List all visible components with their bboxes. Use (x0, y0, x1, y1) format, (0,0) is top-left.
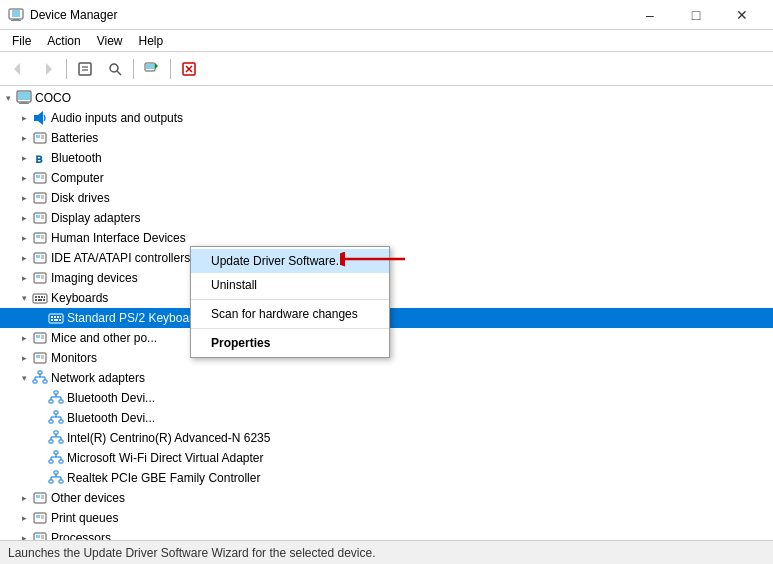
tree-label-computer: Computer (51, 168, 104, 188)
tree-item-bt2[interactable]: Bluetooth Devi... (0, 408, 773, 428)
tree-icon-device (32, 210, 48, 226)
tree-label-hid: Human Interface Devices (51, 228, 186, 248)
tree-expand-display[interactable]: ▸ (16, 210, 32, 226)
tree-icon-network (48, 470, 64, 486)
svg-rect-119 (36, 495, 40, 498)
menu-file[interactable]: File (4, 30, 39, 52)
context-menu-item-properties[interactable]: Properties (191, 331, 389, 355)
scan-button[interactable] (101, 55, 129, 83)
minimize-button[interactable]: – (627, 0, 673, 30)
context-menu-item-update[interactable]: Update Driver Software... (191, 249, 389, 273)
svg-rect-6 (79, 63, 91, 75)
context-menu-item-uninstall[interactable]: Uninstall (191, 273, 389, 297)
tree-expand-coco[interactable]: ▾ (0, 90, 16, 106)
tree-expand-keyboards[interactable]: ▾ (16, 290, 32, 306)
tree-label-keyboards: Keyboards (51, 288, 108, 308)
tree-item-audio[interactable]: ▸ Audio inputs and outputs (0, 108, 773, 128)
svg-rect-37 (36, 215, 40, 218)
tree-expand-ide[interactable]: ▸ (16, 250, 32, 266)
tree-expand-monitors[interactable]: ▸ (16, 350, 32, 366)
svg-rect-1 (12, 10, 20, 17)
svg-rect-98 (49, 440, 53, 443)
tree-label-other: Other devices (51, 488, 125, 508)
tree-item-processors[interactable]: ▸ Processors (0, 528, 773, 540)
tree-label-processors: Processors (51, 528, 111, 540)
tree-item-intel[interactable]: Intel(R) Centrino(R) Advanced-N 6235 (0, 428, 773, 448)
tree-expand-print[interactable]: ▸ (16, 510, 32, 526)
svg-rect-59 (43, 299, 45, 301)
tree-icon-keyboard (32, 290, 48, 306)
tree-expand-batteries[interactable]: ▸ (16, 130, 32, 146)
context-menu-item-scan[interactable]: Scan for hardware changes (191, 302, 389, 326)
maximize-button[interactable]: □ (673, 0, 719, 30)
svg-rect-24 (36, 135, 40, 138)
tree-expand-other[interactable]: ▸ (16, 490, 32, 506)
tree-icon-device (32, 330, 48, 346)
svg-marker-4 (14, 63, 20, 75)
forward-button[interactable] (34, 55, 62, 83)
tree-item-computer[interactable]: ▸ Computer (0, 168, 773, 188)
tree-icon-device (32, 130, 48, 146)
tree-label-coco: COCO (35, 88, 71, 108)
menu-action[interactable]: Action (39, 30, 88, 52)
svg-rect-33 (36, 195, 40, 198)
tree-item-other[interactable]: ▸ Other devices (0, 488, 773, 508)
tree-item-diskdrives[interactable]: ▸ Disk drives (0, 188, 773, 208)
svg-rect-57 (35, 299, 37, 301)
tree-item-wifi[interactable]: Microsoft Wi-Fi Direct Virtual Adapter (0, 448, 773, 468)
svg-rect-64 (60, 316, 61, 318)
tree-item-batteries[interactable]: ▸ Batteries (0, 128, 773, 148)
toolbar-separator-2 (133, 59, 134, 79)
tree-item-bt1[interactable]: Bluetooth Devi... (0, 388, 773, 408)
tree-no-expand (32, 410, 48, 426)
tree-icon-device (32, 350, 48, 366)
tree-label-monitors: Monitors (51, 348, 97, 368)
tree-item-print[interactable]: ▸ Print queues (0, 508, 773, 528)
tree-item-coco[interactable]: ▾ COCO (0, 88, 773, 108)
tree-expand-bluetooth[interactable]: ▸ (16, 150, 32, 166)
tree-item-network[interactable]: ▾ Network adapters (0, 368, 773, 388)
menu-view[interactable]: View (89, 30, 131, 52)
tree-expand-hid[interactable]: ▸ (16, 230, 32, 246)
tree-icon-sound (32, 110, 48, 126)
tree-expand-audio[interactable]: ▸ (16, 110, 32, 126)
svg-rect-41 (36, 235, 40, 238)
close-button[interactable]: ✕ (719, 0, 765, 30)
tree-no-expand (32, 310, 48, 326)
title-bar: Device Manager – □ ✕ (0, 0, 773, 30)
tree-item-bluetooth[interactable]: ▸ ʙ Bluetooth (0, 148, 773, 168)
tree-item-realtek[interactable]: Realtek PCIe GBE Family Controller (0, 468, 773, 488)
svg-rect-12 (146, 64, 154, 69)
tree-icon-network (48, 390, 64, 406)
tree-no-expand (32, 470, 48, 486)
context-menu: Update Driver Software...UninstallScan f… (190, 246, 390, 358)
status-text: Launches the Update Driver Software Wiza… (8, 546, 376, 560)
svg-rect-92 (59, 420, 63, 423)
tree-expand-processors[interactable]: ▸ (16, 530, 32, 540)
tree-icon-network (48, 430, 64, 446)
svg-rect-113 (59, 480, 63, 483)
tree-icon-device (32, 270, 48, 286)
svg-rect-127 (36, 535, 40, 538)
tree-expand-network[interactable]: ▾ (16, 370, 32, 386)
svg-rect-67 (59, 319, 61, 321)
svg-rect-84 (49, 400, 53, 403)
svg-rect-19 (21, 102, 27, 103)
tree-item-display[interactable]: ▸ Display adapters (0, 208, 773, 228)
svg-rect-45 (36, 255, 40, 258)
update-driver-button[interactable] (138, 55, 166, 83)
tree-expand-imaging[interactable]: ▸ (16, 270, 32, 286)
svg-rect-99 (59, 440, 63, 443)
tree-icon-device (32, 170, 48, 186)
tree-expand-diskdrives[interactable]: ▸ (16, 190, 32, 206)
back-button[interactable] (4, 55, 32, 83)
tree-icon-device (32, 230, 48, 246)
tree-expand-computer[interactable]: ▸ (16, 170, 32, 186)
svg-text:ʙ: ʙ (35, 151, 43, 166)
uninstall-button[interactable] (175, 55, 203, 83)
tree-item-hid[interactable]: ▸ Human Interface Devices (0, 228, 773, 248)
properties-button[interactable] (71, 55, 99, 83)
tree-expand-mice[interactable]: ▸ (16, 330, 32, 346)
tree-icon-device (32, 250, 48, 266)
menu-help[interactable]: Help (131, 30, 172, 52)
